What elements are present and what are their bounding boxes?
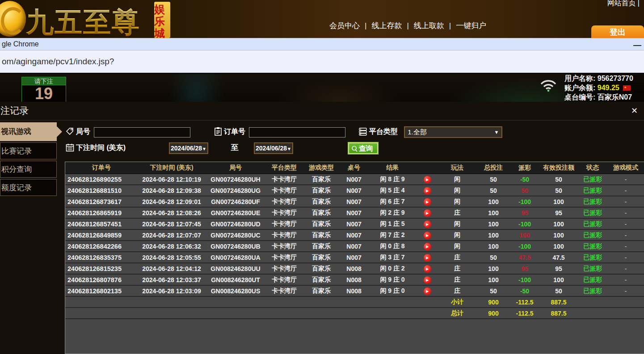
col-header-result: 结果 [368, 162, 417, 174]
sidebar-item-1[interactable]: 比赛记录 [0, 142, 57, 159]
cell-result: 闲 3 庄 7 [368, 252, 417, 263]
table-row: 2406281268659192024-06-28 12:08:26GN0072… [65, 207, 644, 218]
cell-bet: 100 [476, 263, 510, 274]
round-input[interactable] [94, 127, 190, 137]
col-header-game: 游戏类型 [303, 162, 340, 174]
cell-play: 闲 [438, 196, 476, 207]
date-from-select[interactable]: 2024/06/28▼ [169, 142, 208, 154]
total-row: 总计900-112.5887.5 [65, 308, 644, 319]
nav-link-0[interactable]: 会员中心 [329, 21, 360, 30]
replay-video-icon[interactable]: ▶ [424, 243, 431, 250]
cell-time: 2024-06-28 12:09:38 [138, 185, 206, 196]
logout-button[interactable]: 登出 [591, 25, 644, 39]
sidebar-item-0[interactable]: 视讯游戏 [0, 122, 57, 141]
modal-content: 局号 订单号 平台类型 1.全部 [57, 121, 644, 354]
subtotal-row-cell-result [368, 296, 417, 308]
platform-select[interactable]: 1.全部 ▼ [404, 126, 502, 138]
replay-video-icon[interactable]: ▶ [424, 287, 431, 295]
cell-valid: 50 [539, 174, 578, 185]
cell-valid: 47.5 [539, 252, 578, 263]
cell-play: 闲 [438, 218, 476, 229]
cell-result: 闲 9 庄 0 [368, 274, 417, 285]
balance-row: 账户余额: 949.25 ★ [564, 83, 644, 93]
sidebar-item-3[interactable]: 额度记录 [0, 179, 57, 196]
cell-round: GN008246280UT [206, 274, 265, 285]
nav-link-3[interactable]: 一键归户 [456, 21, 486, 30]
replay-video-icon[interactable]: ▶ [424, 254, 431, 262]
site-home-link[interactable]: 网站首页 | [607, 0, 640, 8]
nav-separator: | [365, 21, 366, 30]
cell-payout: 95 [510, 207, 539, 218]
query-button[interactable]: 查询 [348, 142, 379, 154]
total-row-cell-time [138, 308, 206, 319]
date-from-value: 2024/06/28 [171, 145, 202, 152]
cell-order: 240628126873617 [65, 196, 138, 207]
order-label: 订单号 [224, 128, 245, 135]
table-row-info: 桌台编号: 百家乐N07 [564, 93, 644, 102]
cell-video: ▶ [417, 196, 438, 207]
cell-bet: 100 [476, 229, 510, 241]
replay-video-icon[interactable]: ▶ [424, 221, 431, 228]
platform-list-icon [358, 127, 367, 136]
cell-valid: 100 [539, 229, 578, 241]
user-info-panel: 用户名称: 956273770 账户余额: 949.25 ★ 桌台编号: 百家乐… [564, 74, 644, 102]
replay-video-icon[interactable]: ▶ [424, 209, 431, 217]
cell-game: 百家乐 [303, 263, 340, 274]
modal-header: 注记录 ✕ [0, 102, 644, 121]
cell-table: N007 [340, 218, 368, 229]
cell-status: 已派彩 [578, 218, 607, 229]
calendar-icon [66, 143, 74, 152]
cell-status: 已派彩 [578, 274, 607, 285]
cell-result: 闲 1 庄 5 [368, 218, 417, 229]
replay-video-icon[interactable]: ▶ [424, 276, 431, 284]
site-logo: 九五至尊 [26, 4, 140, 41]
modal-body: 视讯游戏比赛记录积分查询额度记录 局号 订单号 [0, 121, 644, 354]
replay-video-icon[interactable]: ▶ [424, 187, 431, 195]
cell-payout: 100 [510, 229, 539, 241]
cell-time: 2024-06-28 12:05:55 [138, 252, 206, 263]
cell-result: 闲 5 庄 4 [368, 185, 417, 196]
cell-round: GN007246280UA [206, 252, 265, 263]
cell-video: ▶ [417, 285, 438, 296]
subtotal-row-cell-game [303, 296, 340, 308]
subtotal-row-cell-platform [265, 296, 303, 308]
cell-payout: 47.5 [510, 252, 539, 263]
cell-time: 2024-06-28 12:04:12 [138, 263, 206, 274]
cell-video: ▶ [417, 241, 438, 252]
minimize-button[interactable]: — [633, 39, 641, 51]
nav-link-2[interactable]: 线上取款 [414, 21, 444, 30]
chevron-down-icon: ▼ [287, 146, 291, 151]
cell-platform: 卡卡湾厅 [265, 207, 303, 218]
sidebar-item-2[interactable]: 积分查询 [0, 161, 57, 178]
total-row-cell-__play__ [417, 308, 438, 319]
china-flag-icon: ★ [623, 85, 631, 91]
total-row-cell-play: 总计 [438, 308, 476, 319]
platform-label: 平台类型 [369, 128, 398, 135]
nav-separator: | [407, 21, 408, 30]
user-name-label: 用户名称: [564, 75, 595, 82]
close-icon[interactable]: ✕ [631, 106, 638, 116]
replay-video-icon[interactable]: ▶ [424, 232, 431, 239]
order-input[interactable] [249, 127, 345, 137]
bet-records-modal: 注记录 ✕ 视讯游戏比赛记录积分查询额度记录 局号 订单号 [0, 102, 644, 354]
replay-video-icon[interactable]: ▶ [424, 198, 431, 206]
cell-valid: 95 [539, 263, 578, 274]
col-header-table: 桌号 [340, 162, 368, 174]
cell-video: ▶ [417, 229, 438, 241]
cell-bet: 50 [476, 252, 510, 263]
cell-order: 240628126842266 [65, 241, 138, 252]
replay-video-icon[interactable]: ▶ [424, 176, 431, 183]
popup-window: gle Chrome — om/agingame/pcv1/index.jsp? [0, 38, 644, 74]
replay-video-icon[interactable]: ▶ [424, 265, 431, 273]
balance-label: 账户余额: [564, 84, 595, 92]
cell-order: 240628126815235 [65, 263, 138, 274]
wifi-icon [539, 78, 558, 93]
cell-mode: - [607, 196, 644, 207]
balance-value: 949.25 [598, 84, 619, 92]
date-to-select[interactable]: 2024/06/28▼ [254, 142, 293, 154]
cell-mode: - [607, 252, 644, 263]
nav-link-1[interactable]: 线上存款 [371, 21, 402, 30]
cell-order: 240628126835375 [65, 252, 138, 263]
cell-mode: - [607, 263, 644, 274]
countdown-timer: 19 [21, 85, 66, 102]
